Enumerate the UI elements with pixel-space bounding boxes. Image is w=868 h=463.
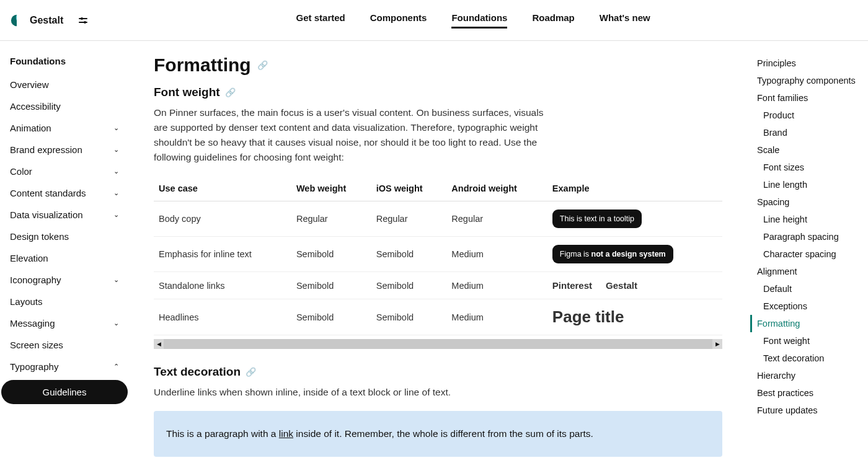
table-header: Example: [547, 176, 722, 201]
links-example: PinterestGestalt: [552, 280, 717, 291]
main-content: Formatting 🔗 Font weight 🔗 On Pinner sur…: [129, 41, 747, 463]
gestalt-logo-icon: [10, 14, 24, 27]
standalone-link[interactable]: Pinterest: [552, 280, 592, 291]
toc-paragraph-spacing[interactable]: Paragraph spacing: [752, 228, 863, 245]
toc-scale[interactable]: Scale: [752, 141, 863, 159]
toc-font-sizes[interactable]: Font sizes: [752, 159, 863, 176]
toc-principles[interactable]: Principles: [752, 55, 863, 72]
chevron-down-icon: ⌄: [113, 124, 119, 132]
table-header: Web weight: [291, 176, 371, 201]
tooltip-example: Figma is not a design system: [552, 245, 673, 263]
headline-example: Page title: [552, 307, 717, 327]
sidebar-item-iconography[interactable]: Iconography⌄: [0, 269, 129, 291]
sidebar-heading: Foundations: [0, 52, 129, 74]
toc-character-spacing[interactable]: Character spacing: [752, 245, 863, 263]
scroll-right-icon[interactable]: ▶: [712, 339, 722, 349]
chevron-down-icon: ⌄: [113, 319, 119, 327]
chevron-down-icon: ⌄: [113, 167, 119, 175]
header: Gestalt Get startedComponentsFoundations…: [0, 0, 868, 41]
section-text-decoration-title: Text decoration 🔗: [154, 365, 722, 379]
chevron-down-icon: ⌄: [113, 146, 119, 154]
table-row: Emphasis for inline textSemiboldSemibold…: [154, 237, 722, 272]
sidebar: Foundations OverviewAccessibilityAnimati…: [0, 41, 129, 463]
chevron-up-icon: ⌃: [113, 363, 119, 371]
toc-product[interactable]: Product: [752, 107, 863, 124]
sidebar-item-color[interactable]: Color⌄: [0, 161, 129, 182]
nav-what's-new[interactable]: What's new: [600, 12, 650, 29]
settings-icon[interactable]: [78, 15, 88, 25]
page-title: Formatting 🔗: [154, 55, 722, 76]
table-row: Standalone linksSemiboldSemiboldMediumPi…: [154, 272, 722, 299]
sidebar-item-screen-sizes[interactable]: Screen sizes: [0, 334, 129, 356]
sidebar-item-elevation[interactable]: Elevation: [0, 247, 129, 269]
scroll-left-icon[interactable]: ◀: [154, 339, 164, 349]
sidebar-item-overview[interactable]: Overview: [0, 74, 129, 95]
toc-spacing[interactable]: Spacing: [752, 193, 863, 211]
toc-text-decoration[interactable]: Text decoration: [752, 350, 863, 367]
table-row: Body copyRegularRegularRegularThis is te…: [154, 201, 722, 237]
toc-font-weight[interactable]: Font weight: [752, 332, 863, 350]
nav-components[interactable]: Components: [370, 12, 427, 29]
svg-point-1: [84, 21, 86, 24]
table-header: Use case: [154, 176, 291, 201]
nav-get-started[interactable]: Get started: [296, 12, 345, 29]
sidebar-item-data-visualization[interactable]: Data visualization⌄: [0, 204, 129, 226]
scroll-track[interactable]: [164, 339, 712, 349]
toc-brand[interactable]: Brand: [752, 124, 863, 141]
top-nav: Get startedComponentsFoundationsRoadmapW…: [88, 12, 858, 29]
nav-foundations[interactable]: Foundations: [451, 12, 507, 29]
table-header: iOS weight: [371, 176, 447, 201]
toc-best-practices[interactable]: Best practices: [752, 384, 863, 402]
svg-point-0: [81, 17, 83, 20]
section-font-weight-body: On Pinner surfaces, the main focus is a …: [154, 105, 551, 165]
toc-line-length[interactable]: Line length: [752, 176, 863, 193]
toc-formatting[interactable]: Formatting: [750, 315, 863, 332]
sidebar-item-accessibility[interactable]: Accessibility: [0, 95, 129, 117]
standalone-link[interactable]: Gestalt: [606, 280, 637, 291]
sidebar-item-content-standards[interactable]: Content standards⌄: [0, 182, 129, 204]
sidebar-item-design-tokens[interactable]: Design tokens: [0, 226, 129, 247]
section-text-decoration-body: Underline links when shown inline, insid…: [154, 385, 551, 400]
toc-typography-components[interactable]: Typography components: [752, 72, 863, 89]
nav-roadmap[interactable]: Roadmap: [532, 12, 574, 29]
tooltip-example: This is text in a tooltip: [552, 209, 642, 228]
toc-future-updates[interactable]: Future updates: [752, 402, 863, 419]
table-header: Android weight: [446, 176, 547, 201]
sidebar-item-messaging[interactable]: Messaging⌄: [0, 312, 129, 334]
toc-default[interactable]: Default: [752, 280, 863, 298]
chevron-down-icon: ⌄: [113, 189, 119, 197]
anchor-link-icon[interactable]: 🔗: [225, 87, 236, 97]
toc-line-height[interactable]: Line height: [752, 211, 863, 228]
toc-font-families[interactable]: Font families: [752, 89, 863, 107]
inline-link[interactable]: link: [279, 428, 293, 439]
font-weight-table: Use caseWeb weightiOS weightAndroid weig…: [154, 176, 722, 335]
example-callout: This is a paragraph with a link inside o…: [154, 411, 722, 457]
chevron-down-icon: ⌄: [113, 211, 119, 219]
anchor-link-icon[interactable]: 🔗: [257, 60, 268, 70]
horizontal-scrollbar[interactable]: ◀ ▶: [154, 339, 722, 349]
sidebar-item-layouts[interactable]: Layouts: [0, 291, 129, 312]
sidebar-item-animation[interactable]: Animation⌄: [0, 117, 129, 139]
section-font-weight-title: Font weight 🔗: [154, 86, 722, 99]
anchor-link-icon[interactable]: 🔗: [246, 367, 256, 377]
table-of-contents: PrinciplesTypography componentsFont fami…: [747, 41, 868, 463]
sidebar-item-typography[interactable]: Typography⌃: [0, 356, 129, 377]
chevron-down-icon: ⌄: [113, 276, 119, 284]
toc-exceptions[interactable]: Exceptions: [752, 298, 863, 315]
sidebar-item-guidelines[interactable]: Guidelines: [1, 380, 128, 404]
toc-hierarchy[interactable]: Hierarchy: [752, 367, 863, 384]
toc-alignment[interactable]: Alignment: [752, 263, 863, 280]
brand-name: Gestalt: [30, 15, 63, 26]
brand[interactable]: Gestalt: [10, 14, 63, 27]
sidebar-item-brand-expression[interactable]: Brand expression⌄: [0, 139, 129, 161]
table-row: HeadlinesSemiboldSemiboldMediumPage titl…: [154, 299, 722, 335]
